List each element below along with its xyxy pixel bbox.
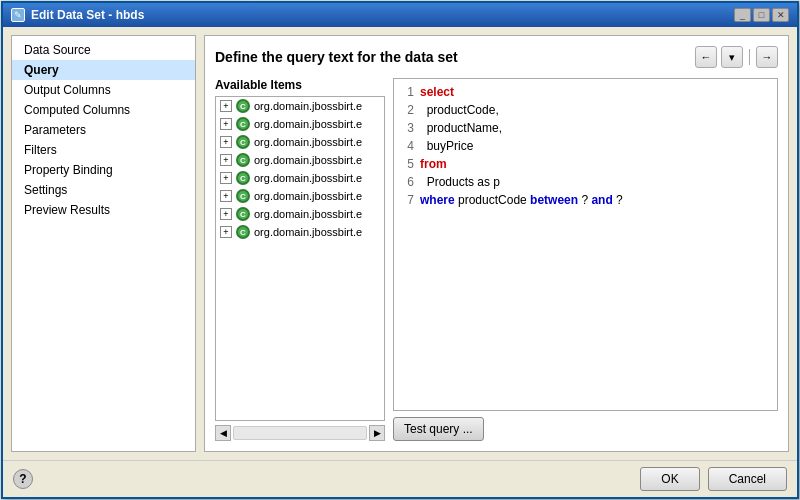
code-keyword: and xyxy=(591,193,612,207)
expand-icon[interactable]: + xyxy=(220,136,232,148)
minimize-button[interactable]: _ xyxy=(734,8,751,22)
content-header: Define the query text for the data set ←… xyxy=(215,46,778,68)
list-item[interactable]: + C org.domain.jbossbirt.e xyxy=(216,115,384,133)
available-items-label: Available Items xyxy=(215,78,385,92)
sidebar-item-computed-columns[interactable]: Computed Columns xyxy=(12,100,195,120)
list-item[interactable]: + C org.domain.jbossbirt.e xyxy=(216,187,384,205)
line-number: 6 xyxy=(398,173,414,191)
title-bar: ✎ Edit Data Set - hbds _ □ ✕ xyxy=(3,3,797,27)
back-button[interactable]: ← xyxy=(695,46,717,68)
code-keyword: select xyxy=(420,83,454,101)
query-line-4: 4 buyPrice xyxy=(398,137,773,155)
code-text: Products as p xyxy=(420,173,500,191)
item-icon: C xyxy=(236,99,250,113)
sidebar-item-output-columns[interactable]: Output Columns xyxy=(12,80,195,100)
tree-item-label: org.domain.jbossbirt.e xyxy=(254,190,362,202)
item-icon: C xyxy=(236,135,250,149)
window-content: Data Source Query Output Columns Compute… xyxy=(3,27,797,497)
maximize-button[interactable]: □ xyxy=(753,8,770,22)
expand-icon[interactable]: + xyxy=(220,100,232,112)
list-item[interactable]: + C org.domain.jbossbirt.e xyxy=(216,151,384,169)
code-text: productName, xyxy=(420,119,502,137)
code-keyword: where xyxy=(420,193,455,207)
test-query-button[interactable]: Test query ... xyxy=(393,417,484,441)
line-number: 3 xyxy=(398,119,414,137)
code-keyword: between xyxy=(530,193,578,207)
sidebar-item-parameters[interactable]: Parameters xyxy=(12,120,195,140)
item-icon: C xyxy=(236,225,250,239)
item-icon: C xyxy=(236,189,250,203)
expand-icon[interactable]: + xyxy=(220,190,232,202)
item-icon: C xyxy=(236,117,250,131)
sidebar-item-query[interactable]: Query xyxy=(12,60,195,80)
forward-button[interactable]: → xyxy=(756,46,778,68)
footer-buttons: OK Cancel xyxy=(640,467,787,491)
title-bar-left: ✎ Edit Data Set - hbds xyxy=(11,8,144,22)
tree-item-label: org.domain.jbossbirt.e xyxy=(254,172,362,184)
cancel-button[interactable]: Cancel xyxy=(708,467,787,491)
query-line-7: 7 where productCode between ? and ? xyxy=(398,191,773,209)
item-icon: C xyxy=(236,207,250,221)
list-item[interactable]: + C org.domain.jbossbirt.e xyxy=(216,223,384,241)
sidebar-item-preview-results[interactable]: Preview Results xyxy=(12,200,195,220)
split-area: Available Items + C org.domain.jbossbirt… xyxy=(215,78,778,441)
query-line-6: 6 Products as p xyxy=(398,173,773,191)
window-icon: ✎ xyxy=(11,8,25,22)
query-line-3: 3 productName, xyxy=(398,119,773,137)
tree-item-label: org.domain.jbossbirt.e xyxy=(254,136,362,148)
item-icon: C xyxy=(236,153,250,167)
tree-item-label: org.domain.jbossbirt.e xyxy=(254,100,362,112)
sidebar: Data Source Query Output Columns Compute… xyxy=(11,35,196,452)
code-text: where productCode between ? and ? xyxy=(420,191,623,209)
nav-separator xyxy=(749,49,750,65)
line-number: 2 xyxy=(398,101,414,119)
expand-icon[interactable]: + xyxy=(220,226,232,238)
expand-icon[interactable]: + xyxy=(220,208,232,220)
query-editor[interactable]: 1 select 2 productCode, 3 xyxy=(393,78,778,411)
query-panel: 1 select 2 productCode, 3 xyxy=(393,78,778,441)
tree-item-label: org.domain.jbossbirt.e xyxy=(254,208,362,220)
code-text: productCode, xyxy=(420,101,499,119)
close-button[interactable]: ✕ xyxy=(772,8,789,22)
sidebar-item-data-source[interactable]: Data Source xyxy=(12,40,195,60)
expand-icon[interactable]: + xyxy=(220,118,232,130)
available-items-panel: Available Items + C org.domain.jbossbirt… xyxy=(215,78,385,441)
horizontal-scrollbar[interactable] xyxy=(233,426,367,440)
line-number: 7 xyxy=(398,191,414,209)
sidebar-item-property-binding[interactable]: Property Binding xyxy=(12,160,195,180)
list-item[interactable]: + C org.domain.jbossbirt.e xyxy=(216,97,384,115)
tree-container[interactable]: + C org.domain.jbossbirt.e + C org.domai… xyxy=(215,96,385,421)
horizontal-scrollbar-area: ◀ ▶ xyxy=(215,425,385,441)
sidebar-item-filters[interactable]: Filters xyxy=(12,140,195,160)
main-window: ✎ Edit Data Set - hbds _ □ ✕ Data Source… xyxy=(1,1,799,499)
nav-buttons: ← ▾ → xyxy=(695,46,778,68)
list-item[interactable]: + C org.domain.jbossbirt.e xyxy=(216,169,384,187)
scroll-right-button[interactable]: ▶ xyxy=(369,425,385,441)
code-keyword: from xyxy=(420,155,447,173)
dropdown-button[interactable]: ▾ xyxy=(721,46,743,68)
footer: ? OK Cancel xyxy=(3,460,797,497)
content-title: Define the query text for the data set xyxy=(215,49,458,65)
query-line-1: 1 select xyxy=(398,83,773,101)
window-title: Edit Data Set - hbds xyxy=(31,8,144,22)
line-number: 5 xyxy=(398,155,414,173)
query-line-5: 5 from xyxy=(398,155,773,173)
ok-button[interactable]: OK xyxy=(640,467,699,491)
expand-icon[interactable]: + xyxy=(220,172,232,184)
line-number: 1 xyxy=(398,83,414,101)
item-icon: C xyxy=(236,171,250,185)
sidebar-item-settings[interactable]: Settings xyxy=(12,180,195,200)
content-panel: Define the query text for the data set ←… xyxy=(204,35,789,452)
tree-item-label: org.domain.jbossbirt.e xyxy=(254,154,362,166)
line-number: 4 xyxy=(398,137,414,155)
expand-icon[interactable]: + xyxy=(220,154,232,166)
main-area: Data Source Query Output Columns Compute… xyxy=(3,27,797,460)
list-item[interactable]: + C org.domain.jbossbirt.e xyxy=(216,205,384,223)
help-button[interactable]: ? xyxy=(13,469,33,489)
tree-item-label: org.domain.jbossbirt.e xyxy=(254,226,362,238)
code-text: buyPrice xyxy=(420,137,473,155)
scroll-left-button[interactable]: ◀ xyxy=(215,425,231,441)
tree-item-label: org.domain.jbossbirt.e xyxy=(254,118,362,130)
list-item[interactable]: + C org.domain.jbossbirt.e xyxy=(216,133,384,151)
title-buttons: _ □ ✕ xyxy=(734,8,789,22)
